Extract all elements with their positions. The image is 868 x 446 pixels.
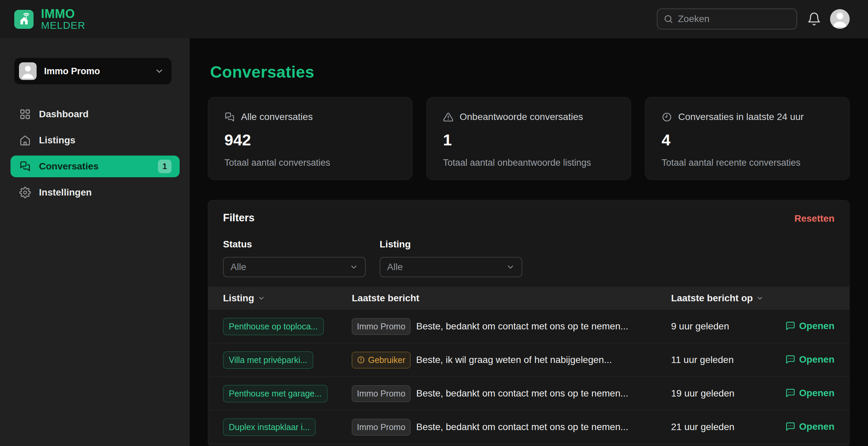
sidebar-item-label: Instellingen [39,187,92,198]
page-title: Conversaties [210,63,314,81]
account-name: Immo Promo [44,66,100,77]
last-message-time: 11 uur geleden [665,354,767,365]
filter-field: Status Alle [223,239,366,277]
sort-chevron-icon [258,295,265,302]
unread-count-badge: 1 [158,160,171,173]
sidebar-item[interactable]: Conversaties 1 [11,156,180,177]
stat-value: 4 [662,130,833,149]
chevron-down-icon [349,263,358,271]
listing-badge[interactable]: Penthouse met garage... [223,385,327,402]
search-icon [664,14,673,24]
chat-bubble-dots-icon [785,321,795,331]
table-row: Penthouse met garage... Immo Promo Beste… [208,377,849,410]
stat-card: Onbeantwoorde conversaties 1 Totaal aant… [426,97,631,180]
listing-badge[interactable]: Penthouse op toploca... [223,318,324,335]
last-message-time: 21 uur geleden [665,422,767,432]
sidebar-item[interactable]: Dashboard [11,103,180,125]
alert-circle-icon [357,356,365,364]
column-last-message: Laatste bericht [352,293,665,304]
search-input[interactable] [678,14,790,24]
filters-and-table-panel: Filters Resetten Status Alle Listing [208,200,850,446]
listing-badge[interactable]: Villa met privéparki... [223,351,313,369]
stat-description: Totaal aantal onbeantwoorde listings [443,158,614,168]
stat-label: Onbeantwoorde conversaties [460,112,583,122]
sidebar: Immo Promo Dashboard [0,38,190,446]
sender-name: Immo Promo [357,322,405,331]
sender-name: Immo Promo [357,422,405,432]
filters-section: Filters Resetten Status Alle Listing [208,200,849,287]
account-switcher[interactable]: Immo Promo [14,58,171,84]
stat-value: 942 [224,130,396,149]
grid-icon [19,108,31,120]
sender-badge: Immo Promo [352,385,410,402]
sidebar-item-label: Dashboard [39,109,88,120]
chat-bubble-dots-icon [785,354,795,365]
chat-bubble-dots-icon [785,388,795,398]
table-row: Penthouse op toploca... Immo Promo Beste… [208,310,849,343]
sender-badge: Immo Promo [352,419,410,435]
sidebar-nav: Dashboard Listings [11,103,180,203]
sort-chevron-icon [756,295,764,302]
filter-select-value: Alle [387,262,403,272]
sender-badge: Immo Promo [352,318,410,335]
last-message-time: 19 uur geleden [665,388,767,399]
chat-bubble-dots-icon [785,422,795,432]
table-header: Listing Laatste bericht Laatste bericht … [208,287,849,310]
column-last-message-at[interactable]: Laatste bericht op [665,293,767,304]
home-signal-logo-icon [14,10,34,29]
sidebar-item-label: Conversaties [39,161,99,172]
stat-card: Conversaties in laatste 24 uur 4 Totaal … [645,97,850,180]
table-row: Duplex instapklaar i... Immo Promo Beste… [208,410,849,444]
open-conversation-link[interactable]: Openen [785,388,834,399]
filters-title: Filters [223,212,834,224]
table-row: Villa met privéparki... Gebruiker Beste,… [208,343,849,377]
stat-label: Conversaties in laatste 24 uur [678,112,804,122]
sender-name: Gebruiker [368,355,405,365]
column-listing[interactable]: Listing [223,293,352,304]
last-message-preview: Beste, bedankt om contact met ons op te … [416,321,628,332]
listing-badge[interactable]: Duplex instapklaar i... [223,419,316,436]
open-conversation-link[interactable]: Openen [785,321,834,331]
last-message-time: 9 uur geleden [665,321,767,332]
stat-description: Totaal aantal conversaties [224,158,396,168]
user-avatar[interactable] [830,9,850,29]
stat-value: 1 [443,130,614,149]
chevron-down-icon [155,66,164,76]
table-body: Penthouse op toploca... Immo Promo Beste… [208,310,849,444]
gear-icon [19,187,31,198]
last-message-preview: Beste, bedankt om contact met ons op te … [416,422,628,432]
last-message-preview: Beste, bedankt om contact met ons op te … [416,388,628,399]
sidebar-item-label: Listings [39,135,75,146]
home-icon [19,135,31,146]
filter-label: Listing [380,239,522,250]
filter-select[interactable]: Alle [380,257,522,277]
top-bar: IMMO MELDER [0,0,868,38]
filter-select-value: Alle [230,262,246,272]
reset-filters-link[interactable]: Resetten [794,213,834,224]
open-conversation-link[interactable]: Openen [785,354,834,365]
warning-triangle-icon [443,112,453,122]
filter-label: Status [223,239,366,250]
brand-name-top: IMMO [41,8,85,20]
stat-label: Alle conversaties [241,112,313,122]
open-conversation-link[interactable]: Openen [785,421,834,432]
last-message-preview: Beste, ik wil graag weten of het nabijge… [416,354,612,365]
chat-bubbles-icon [224,112,235,122]
filter-select[interactable]: Alle [223,257,366,277]
filter-field: Listing Alle [380,239,522,277]
brand-name-bottom: MELDER [41,20,85,31]
chevron-down-icon [506,263,515,271]
sidebar-item[interactable]: Listings [11,129,180,151]
sender-badge: Gebruiker [352,352,410,368]
sender-name: Immo Promo [357,389,405,399]
notifications-bell-icon[interactable] [807,12,821,26]
sidebar-item[interactable]: Instellingen [11,182,180,203]
brand-logo[interactable]: IMMO MELDER [14,8,85,31]
stat-card: Alle conversaties 942 Totaal aantal conv… [208,97,412,180]
account-avatar [19,62,37,80]
search-box[interactable] [657,8,797,29]
main-content: Conversaties Alle conversaties 942 Totaa… [190,38,868,446]
clock-icon [662,112,672,122]
chat-bubbles-icon [19,161,31,172]
stat-cards: Alle conversaties 942 Totaal aantal conv… [208,97,850,180]
